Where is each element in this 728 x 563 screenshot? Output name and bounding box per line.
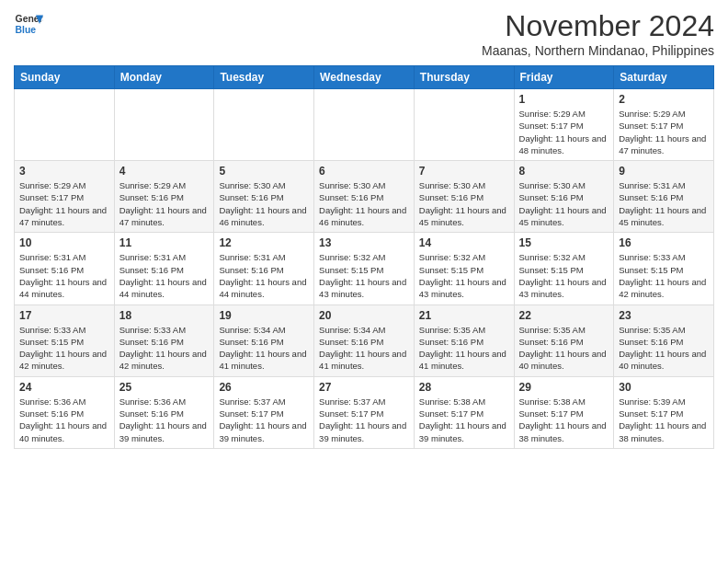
weekday-header-monday: Monday — [114, 66, 214, 89]
day-number: 23 — [619, 309, 709, 322]
calendar-cell-empty — [414, 89, 514, 161]
day-info: Sunrise: 5:34 AMSunset: 5:16 PMDaylight:… — [219, 324, 309, 373]
calendar-cell-8: 8Sunrise: 5:30 AMSunset: 5:16 PMDaylight… — [514, 161, 614, 233]
calendar-cell-27: 27Sunrise: 5:37 AMSunset: 5:17 PMDayligh… — [314, 376, 415, 448]
day-number: 7 — [419, 165, 509, 178]
day-number: 10 — [19, 236, 109, 249]
calendar-cell-22: 22Sunrise: 5:35 AMSunset: 5:16 PMDayligh… — [514, 304, 614, 376]
weekday-header-friday: Friday — [514, 66, 614, 89]
day-number: 9 — [619, 165, 709, 178]
day-info: Sunrise: 5:30 AMSunset: 5:16 PMDaylight:… — [419, 179, 509, 228]
day-info: Sunrise: 5:38 AMSunset: 5:17 PMDaylight:… — [519, 396, 609, 444]
day-info: Sunrise: 5:32 AMSunset: 5:15 PMDaylight:… — [419, 251, 509, 300]
location-subtitle: Maanas, Northern Mindanao, Philippines — [482, 43, 714, 58]
week-row-4: 17Sunrise: 5:33 AMSunset: 5:15 PMDayligh… — [15, 304, 714, 376]
day-number: 21 — [419, 309, 509, 322]
day-info: Sunrise: 5:31 AMSunset: 5:16 PMDaylight:… — [119, 251, 210, 300]
day-number: 28 — [419, 381, 509, 394]
calendar-cell-17: 17Sunrise: 5:33 AMSunset: 5:15 PMDayligh… — [15, 304, 115, 376]
day-info: Sunrise: 5:34 AMSunset: 5:16 PMDaylight:… — [319, 324, 409, 373]
calendar-cell-3: 3Sunrise: 5:29 AMSunset: 5:17 PMDaylight… — [15, 161, 115, 233]
calendar-cell-18: 18Sunrise: 5:33 AMSunset: 5:16 PMDayligh… — [114, 304, 214, 376]
day-number: 17 — [19, 309, 109, 322]
day-info: Sunrise: 5:33 AMSunset: 5:16 PMDaylight:… — [119, 324, 210, 373]
logo: General Blue — [14, 9, 43, 39]
calendar-cell-20: 20Sunrise: 5:34 AMSunset: 5:16 PMDayligh… — [314, 304, 415, 376]
week-row-5: 24Sunrise: 5:36 AMSunset: 5:16 PMDayligh… — [15, 376, 714, 448]
calendar-cell-10: 10Sunrise: 5:31 AMSunset: 5:16 PMDayligh… — [15, 233, 115, 304]
day-number: 25 — [119, 381, 210, 394]
calendar-table: SundayMondayTuesdayWednesdayThursdayFrid… — [14, 65, 714, 449]
day-number: 2 — [619, 93, 709, 106]
day-number: 12 — [219, 236, 309, 249]
calendar-cell-6: 6Sunrise: 5:30 AMSunset: 5:16 PMDaylight… — [314, 161, 415, 233]
day-number: 20 — [319, 309, 409, 322]
day-info: Sunrise: 5:33 AMSunset: 5:15 PMDaylight:… — [19, 324, 109, 373]
calendar-cell-28: 28Sunrise: 5:38 AMSunset: 5:17 PMDayligh… — [414, 376, 514, 448]
day-info: Sunrise: 5:37 AMSunset: 5:17 PMDaylight:… — [319, 396, 409, 444]
day-info: Sunrise: 5:39 AMSunset: 5:17 PMDaylight:… — [619, 396, 709, 444]
weekday-header-thursday: Thursday — [414, 66, 514, 89]
calendar-cell-14: 14Sunrise: 5:32 AMSunset: 5:15 PMDayligh… — [414, 233, 514, 304]
day-number: 6 — [319, 165, 409, 178]
day-number: 16 — [619, 236, 709, 249]
title-section: November 2024 Maanas, Northern Mindanao,… — [482, 9, 714, 58]
day-info: Sunrise: 5:29 AMSunset: 5:17 PMDaylight:… — [619, 108, 709, 156]
calendar-cell-empty — [214, 89, 314, 161]
day-info: Sunrise: 5:29 AMSunset: 5:16 PMDaylight:… — [119, 179, 210, 228]
day-info: Sunrise: 5:35 AMSunset: 5:16 PMDaylight:… — [519, 324, 609, 373]
day-info: Sunrise: 5:31 AMSunset: 5:16 PMDaylight:… — [19, 251, 109, 300]
calendar-cell-5: 5Sunrise: 5:30 AMSunset: 5:16 PMDaylight… — [214, 161, 314, 233]
day-number: 26 — [219, 381, 309, 394]
day-info: Sunrise: 5:30 AMSunset: 5:16 PMDaylight:… — [319, 179, 409, 228]
month-title: November 2024 — [482, 9, 714, 43]
day-number: 8 — [519, 165, 609, 178]
day-info: Sunrise: 5:29 AMSunset: 5:17 PMDaylight:… — [519, 108, 609, 156]
day-number: 18 — [119, 309, 210, 322]
calendar-cell-29: 29Sunrise: 5:38 AMSunset: 5:17 PMDayligh… — [514, 376, 614, 448]
day-info: Sunrise: 5:31 AMSunset: 5:16 PMDaylight:… — [619, 179, 709, 228]
day-info: Sunrise: 5:32 AMSunset: 5:15 PMDaylight:… — [319, 251, 409, 300]
calendar-cell-26: 26Sunrise: 5:37 AMSunset: 5:17 PMDayligh… — [214, 376, 314, 448]
day-info: Sunrise: 5:36 AMSunset: 5:16 PMDaylight:… — [19, 396, 109, 444]
calendar-cell-4: 4Sunrise: 5:29 AMSunset: 5:16 PMDaylight… — [114, 161, 214, 233]
day-number: 1 — [519, 93, 609, 106]
logo-icon: General Blue — [14, 9, 43, 39]
week-row-2: 3Sunrise: 5:29 AMSunset: 5:17 PMDaylight… — [15, 161, 714, 233]
day-number: 4 — [119, 165, 210, 178]
calendar-cell-11: 11Sunrise: 5:31 AMSunset: 5:16 PMDayligh… — [114, 233, 214, 304]
day-number: 11 — [119, 236, 210, 249]
weekday-header-tuesday: Tuesday — [214, 66, 314, 89]
weekday-header-row: SundayMondayTuesdayWednesdayThursdayFrid… — [15, 66, 714, 89]
day-info: Sunrise: 5:36 AMSunset: 5:16 PMDaylight:… — [119, 396, 210, 444]
day-info: Sunrise: 5:35 AMSunset: 5:16 PMDaylight:… — [419, 324, 509, 373]
calendar-cell-23: 23Sunrise: 5:35 AMSunset: 5:16 PMDayligh… — [614, 304, 714, 376]
day-number: 14 — [419, 236, 509, 249]
day-info: Sunrise: 5:31 AMSunset: 5:16 PMDaylight:… — [219, 251, 309, 300]
day-info: Sunrise: 5:32 AMSunset: 5:15 PMDaylight:… — [519, 251, 609, 300]
calendar-cell-13: 13Sunrise: 5:32 AMSunset: 5:15 PMDayligh… — [314, 233, 415, 304]
day-info: Sunrise: 5:37 AMSunset: 5:17 PMDaylight:… — [219, 396, 309, 444]
calendar-cell-empty — [15, 89, 115, 161]
calendar-cell-24: 24Sunrise: 5:36 AMSunset: 5:16 PMDayligh… — [15, 376, 115, 448]
calendar-cell-2: 2Sunrise: 5:29 AMSunset: 5:17 PMDaylight… — [614, 89, 714, 161]
day-number: 22 — [519, 309, 609, 322]
calendar-cell-15: 15Sunrise: 5:32 AMSunset: 5:15 PMDayligh… — [514, 233, 614, 304]
svg-text:Blue: Blue — [16, 25, 37, 35]
week-row-1: 1Sunrise: 5:29 AMSunset: 5:17 PMDaylight… — [15, 89, 714, 161]
day-number: 3 — [19, 165, 109, 178]
day-info: Sunrise: 5:38 AMSunset: 5:17 PMDaylight:… — [419, 396, 509, 444]
calendar-cell-30: 30Sunrise: 5:39 AMSunset: 5:17 PMDayligh… — [614, 376, 714, 448]
calendar-cell-7: 7Sunrise: 5:30 AMSunset: 5:16 PMDaylight… — [414, 161, 514, 233]
day-number: 19 — [219, 309, 309, 322]
calendar-cell-19: 19Sunrise: 5:34 AMSunset: 5:16 PMDayligh… — [214, 304, 314, 376]
day-number: 29 — [519, 381, 609, 394]
day-info: Sunrise: 5:30 AMSunset: 5:16 PMDaylight:… — [519, 179, 609, 228]
calendar-cell-16: 16Sunrise: 5:33 AMSunset: 5:15 PMDayligh… — [614, 233, 714, 304]
calendar-cell-25: 25Sunrise: 5:36 AMSunset: 5:16 PMDayligh… — [114, 376, 214, 448]
day-info: Sunrise: 5:35 AMSunset: 5:16 PMDaylight:… — [619, 324, 709, 373]
weekday-header-wednesday: Wednesday — [314, 66, 415, 89]
calendar-cell-9: 9Sunrise: 5:31 AMSunset: 5:16 PMDaylight… — [614, 161, 714, 233]
day-info: Sunrise: 5:29 AMSunset: 5:17 PMDaylight:… — [19, 179, 109, 228]
calendar-cell-empty — [114, 89, 214, 161]
